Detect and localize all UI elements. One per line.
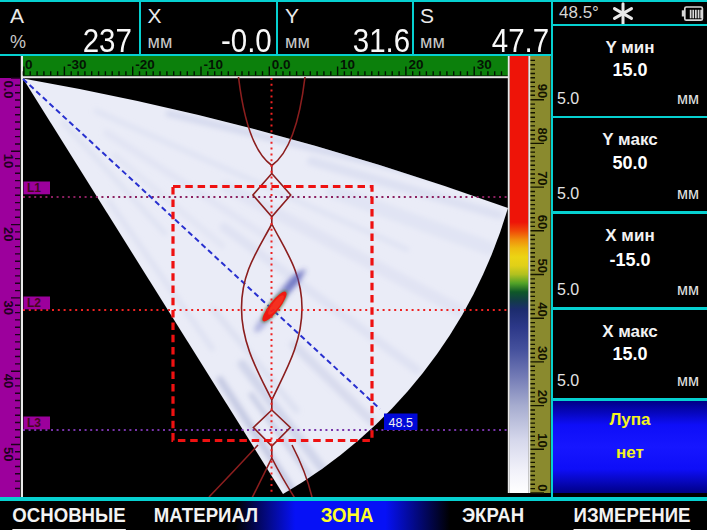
svg-text:30: 30 xyxy=(1,300,16,314)
svg-text:L2: L2 xyxy=(27,296,41,310)
svg-text:0: 0 xyxy=(25,57,33,72)
svg-text:-20: -20 xyxy=(135,57,155,72)
svg-text:20: 20 xyxy=(408,57,423,72)
svg-text:40: 40 xyxy=(535,302,550,316)
svg-text:0: 0 xyxy=(535,484,550,491)
svg-text:90: 90 xyxy=(535,84,550,98)
svg-text:10: 10 xyxy=(535,433,550,447)
svg-text:70: 70 xyxy=(535,171,550,185)
svg-text:50: 50 xyxy=(1,447,16,461)
svg-text:30: 30 xyxy=(477,57,492,72)
svg-text:40: 40 xyxy=(1,374,16,388)
svg-text:30: 30 xyxy=(535,346,550,360)
svg-text:0.0: 0.0 xyxy=(272,57,291,72)
svg-text:0.0: 0.0 xyxy=(1,81,16,99)
svg-text:20: 20 xyxy=(1,227,16,241)
svg-text:L1: L1 xyxy=(27,181,41,195)
svg-text:48.5: 48.5 xyxy=(389,416,413,430)
svg-text:50: 50 xyxy=(535,259,550,273)
svg-text:80: 80 xyxy=(535,127,550,141)
svg-text:10: 10 xyxy=(1,154,16,168)
svg-text:20: 20 xyxy=(535,390,550,404)
svg-text:60: 60 xyxy=(535,215,550,229)
svg-text:L3: L3 xyxy=(27,416,41,430)
